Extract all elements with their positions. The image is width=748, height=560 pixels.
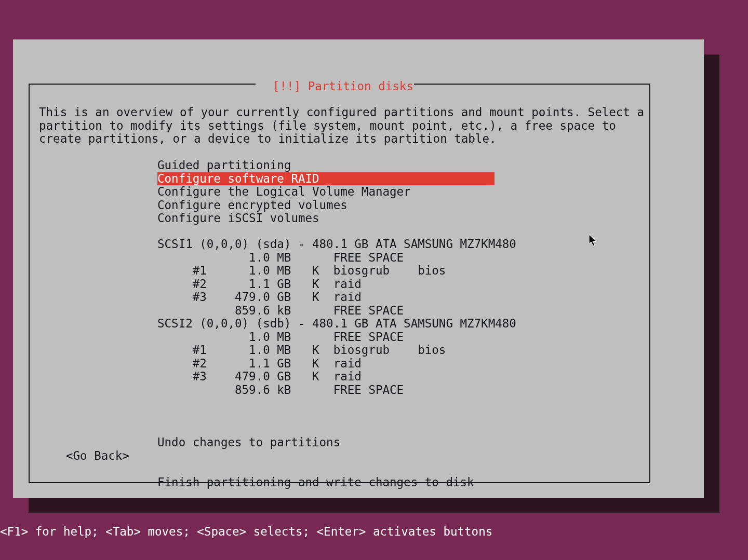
- free-space-row[interactable]: 1.0 MB FREE SPACE: [157, 331, 516, 344]
- free-space-row[interactable]: 859.6 kB FREE SPACE: [157, 304, 516, 318]
- menu-item-configure-encrypted-volumes[interactable]: Configure encrypted volumes: [157, 199, 495, 212]
- partition-row[interactable]: #2 1.1 GB K raid: [157, 278, 516, 291]
- partition-row[interactable]: #3 479.0 GB K raid: [157, 291, 516, 304]
- partition-row[interactable]: #1 1.0 MB K biosgrub bios: [157, 344, 516, 357]
- free-space-row[interactable]: 1.0 MB FREE SPACE: [157, 251, 516, 265]
- instructions-text: This is an overview of your currently co…: [39, 106, 647, 146]
- free-space-row[interactable]: 859.6 kB FREE SPACE: [157, 384, 516, 397]
- finish-partitioning-item[interactable]: Finish partitioning and write changes to…: [157, 476, 474, 489]
- undo-changes-item[interactable]: Undo changes to partitions: [157, 436, 474, 449]
- disk-list: SCSI1 (0,0,0) (sda) - 480.1 GB ATA SAMSU…: [157, 238, 516, 397]
- menu-item-configure-iscsi-volumes[interactable]: Configure iSCSI volumes: [157, 212, 495, 225]
- disk-header[interactable]: SCSI2 (0,0,0) (sdb) - 480.1 GB ATA SAMSU…: [157, 317, 516, 331]
- menu-item-guided-partitioning[interactable]: Guided partitioning: [157, 159, 495, 172]
- partition-row[interactable]: #2 1.1 GB K raid: [157, 357, 516, 371]
- dialog-title: [!!] Partition disks: [273, 80, 413, 93]
- partition-row[interactable]: #3 479.0 GB K raid: [157, 370, 516, 384]
- footer-help-text: <F1> for help; <Tab> moves; <Space> sele…: [0, 525, 748, 539]
- partition-row[interactable]: #1 1.0 MB K biosgrub bios: [157, 264, 516, 278]
- go-back-button[interactable]: <Go Back>: [66, 449, 129, 463]
- main-menu: Guided partitioningConfigure software RA…: [157, 159, 495, 225]
- menu-item-configure-the-logical-volume-manager[interactable]: Configure the Logical Volume Manager: [157, 185, 495, 199]
- disk-header[interactable]: SCSI1 (0,0,0) (sda) - 480.1 GB ATA SAMSU…: [157, 238, 516, 251]
- bottom-menu: Undo changes to partitions Finish partit…: [157, 409, 474, 515]
- partition-dialog: [!!] Partition disks This is an overview…: [13, 39, 704, 498]
- menu-item-configure-software-raid[interactable]: Configure software RAID: [157, 172, 495, 186]
